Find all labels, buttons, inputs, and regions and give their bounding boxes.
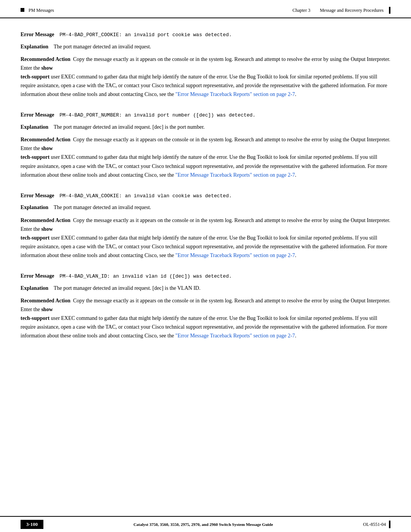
footer-page-number: 3-100	[21, 520, 43, 529]
action-2: Recommended Action Copy the message exac…	[21, 135, 390, 179]
action-bold2-2: tech-support	[21, 154, 49, 160]
action-link-4[interactable]: "Error Message Traceback Reports" sectio…	[175, 333, 295, 339]
explanation-text-2: The port manager detected an invalid req…	[54, 124, 205, 130]
explanation-1: Explanation The port manager detected an…	[21, 43, 390, 51]
footer-bar-icon	[389, 521, 390, 528]
explanation-text-4: The port manager detected an invalid req…	[54, 285, 201, 291]
action-4: Recommended Action Copy the message exac…	[21, 296, 390, 340]
action-link-2[interactable]: "Error Message Traceback Reports" sectio…	[175, 172, 295, 178]
action-bold2-1: tech-support	[21, 74, 49, 80]
action-bold1-2: show	[41, 145, 53, 151]
error-label-4: Error Message	[21, 273, 54, 279]
entry-bad-port-number: Error Message PM-4-BAD_PORT_NUMBER: an i…	[21, 111, 390, 179]
error-message-2: Error Message PM-4-BAD_PORT_NUMBER: an i…	[21, 111, 390, 119]
page-header: PM Messages Chapter 3 Message and Recove…	[0, 0, 411, 18]
explanation-3: Explanation The port manager detected an…	[21, 203, 390, 212]
action-label-4: Recommended Action	[21, 298, 70, 304]
action-label-1: Recommended Action	[21, 56, 70, 62]
action-link-3[interactable]: "Error Message Traceback Reports" sectio…	[175, 252, 295, 258]
error-spacer-2	[56, 112, 58, 118]
action-1: Recommended Action Copy the message exac…	[21, 55, 390, 99]
page-footer: 3-100 Catalyst 3750, 3560, 3550, 2975, 2…	[0, 516, 411, 532]
action-link-1[interactable]: "Error Message Traceback Reports" sectio…	[175, 91, 295, 97]
error-label-1: Error Message	[21, 32, 54, 37]
action-bold2-4: tech-support	[21, 315, 49, 321]
action-bold1-4: show	[41, 307, 53, 312]
header-separator	[313, 8, 317, 13]
error-code-1: PM-4-BAD_PORT_COOKIE: an invalid port co…	[60, 32, 232, 38]
error-message-3: Error Message PM-4-BAD_VLAN_COOKIE: an i…	[21, 192, 390, 200]
error-code-3: PM-4-BAD_VLAN_COOKIE: an invalid vlan co…	[60, 193, 232, 199]
error-code-4: PM-4-BAD_VLAN_ID: an invalid vlan id ([d…	[60, 273, 232, 279]
explanation-label-2: Explanation	[21, 124, 48, 130]
entry-bad-vlan-cookie: Error Message PM-4-BAD_VLAN_COOKIE: an i…	[21, 192, 390, 260]
entry-bad-port-cookie: Error Message PM-4-BAD_PORT_COOKIE: an i…	[21, 30, 390, 99]
explanation-spacer-2	[50, 124, 53, 130]
error-spacer-4	[56, 273, 58, 279]
action-3: Recommended Action Copy the message exac…	[21, 216, 390, 260]
error-message-1: Error Message PM-4-BAD_PORT_COOKIE: an i…	[21, 30, 390, 39]
explanation-spacer-3	[50, 204, 53, 210]
error-message-4: Error Message PM-4-BAD_VLAN_ID: an inval…	[21, 272, 390, 280]
error-code-2: PM-4-BAD_PORT_NUMBER: an invalid port nu…	[60, 112, 256, 118]
error-spacer-3	[56, 193, 58, 198]
header-chapter: Chapter 3	[292, 8, 310, 13]
action-bold1-3: show	[41, 226, 53, 232]
header-square-icon	[21, 8, 24, 12]
explanation-label-4: Explanation	[21, 285, 48, 291]
error-label-2: Error Message	[21, 112, 54, 118]
explanation-4: Explanation The port manager detected an…	[21, 284, 390, 292]
footer-doc-id: OL-8551-04	[363, 522, 386, 527]
entry-bad-vlan-id: Error Message PM-4-BAD_VLAN_ID: an inval…	[21, 272, 390, 340]
explanation-label-1: Explanation	[21, 44, 48, 50]
explanation-text-3: The port manager detected an invalid req…	[54, 204, 151, 210]
action-label-2: Recommended Action	[21, 137, 70, 142]
action-bold1-1: show	[41, 65, 53, 71]
action-label-3: Recommended Action	[21, 217, 70, 223]
header-title: Message and Recovery Procedures	[320, 8, 384, 13]
page-content: Error Message PM-4-BAD_PORT_COOKIE: an i…	[0, 18, 411, 383]
explanation-label-3: Explanation	[21, 204, 48, 210]
error-label-3: Error Message	[21, 193, 54, 198]
header-right: Chapter 3 Message and Recovery Procedure…	[292, 7, 390, 14]
explanation-text-1: The port manager detected an invalid req…	[54, 44, 151, 50]
header-section-text: PM Messages	[29, 8, 54, 13]
action-bold2-3: tech-support	[21, 235, 49, 241]
explanation-2: Explanation The port manager detected an…	[21, 123, 390, 131]
footer-title: Catalyst 3750, 3560, 3550, 2975, 2970, a…	[43, 522, 363, 527]
error-spacer-1	[56, 32, 58, 37]
header-section-label: PM Messages	[21, 8, 54, 13]
explanation-spacer-4	[50, 285, 53, 291]
explanation-spacer-1	[50, 44, 53, 50]
header-bar-icon	[389, 7, 390, 14]
